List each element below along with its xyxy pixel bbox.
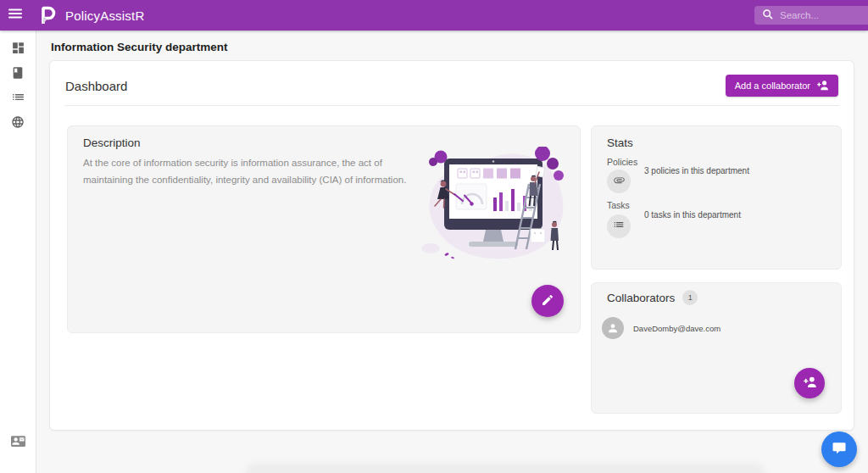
sidebar-nav — [0, 31, 36, 136]
person-add-icon — [803, 375, 817, 392]
globe-icon — [11, 115, 25, 132]
stats-panel: Stats Policies 3 policies in this depart… — [591, 125, 842, 270]
description-title: Description — [83, 136, 141, 149]
sidebar-item-list[interactable] — [0, 86, 36, 111]
collaborators-count-badge: 1 — [682, 290, 698, 305]
collaborator-email: DaveDomby@dave.com — [633, 324, 721, 333]
app-header: PolicyAssistR — [0, 0, 868, 31]
stat-policies-text: 3 policies in this department — [644, 166, 749, 175]
stat-tasks-text: 0 tasks in this department — [644, 210, 741, 220]
contacts-icon — [11, 434, 25, 452]
edit-description-button[interactable] — [531, 285, 564, 317]
stat-tasks-icon-button[interactable] — [607, 214, 631, 238]
page-title: Information Security department — [51, 41, 228, 53]
stats-title: Stats — [607, 136, 633, 149]
dashboard-icon — [11, 41, 25, 58]
stat-policies-icon-button[interactable] — [607, 170, 631, 193]
collaborators-header: Collaborators 1 — [607, 290, 698, 305]
menu-icon — [8, 6, 23, 25]
dashboard-illustration — [415, 147, 570, 272]
sidebar-item-web[interactable] — [0, 111, 36, 136]
dashboard-card: Dashboard Add a collaborator Description… — [49, 60, 854, 431]
description-text: At the core of information security is i… — [83, 154, 422, 189]
chat-bubble-icon — [831, 440, 848, 459]
dashboard-card-header: Dashboard Add a collaborator — [50, 61, 854, 105]
add-collaborator-button[interactable]: Add a collaborator — [726, 75, 838, 97]
person-add-icon — [816, 79, 829, 93]
chat-button[interactable] — [821, 431, 857, 467]
search-input[interactable] — [780, 10, 856, 20]
list-icon — [11, 90, 25, 108]
collaborators-panel: Collaborators 1 DaveDomby@dave.com — [591, 282, 842, 414]
stat-policies-label: Policies — [607, 157, 637, 167]
stat-tasks-label: Tasks — [607, 200, 630, 210]
add-collaborator-label: Add a collaborator — [735, 81, 810, 91]
menu-button[interactable] — [0, 0, 31, 31]
next-card-edge — [246, 463, 765, 473]
collaborators-title: Collaborators — [607, 292, 675, 304]
card-divider — [64, 105, 839, 106]
sidebar — [0, 31, 36, 473]
sidebar-item-dashboard[interactable] — [0, 37, 36, 62]
policyassistr-logo — [36, 4, 58, 26]
search-bar[interactable] — [754, 6, 868, 25]
collaborator-list-item[interactable]: DaveDomby@dave.com — [602, 317, 721, 339]
avatar — [602, 317, 624, 339]
list-icon — [613, 219, 625, 234]
app-title: PolicyAssistR — [65, 8, 144, 23]
book-icon — [11, 66, 25, 83]
search-icon — [754, 8, 773, 23]
app-window: PolicyAssistR — [0, 0, 868, 473]
sidebar-item-library[interactable] — [0, 62, 36, 86]
dashboard-title: Dashboard — [65, 79, 127, 93]
add-collaborator-fab[interactable] — [794, 368, 825, 398]
description-panel: Description At the core of information s… — [67, 125, 581, 333]
pencil-icon — [541, 293, 554, 309]
attachment-icon — [613, 174, 626, 190]
sidebar-item-contacts[interactable] — [0, 431, 36, 455]
